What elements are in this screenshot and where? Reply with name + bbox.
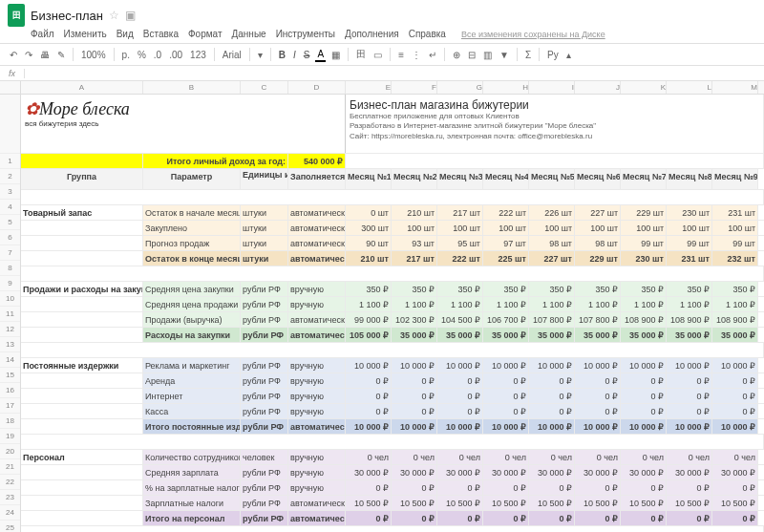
- cell-param[interactable]: Средняя цена закупки: [143, 282, 241, 296]
- cell-value[interactable]: 108 900 ₽: [621, 312, 667, 327]
- cell-value[interactable]: 0 ₽: [621, 373, 667, 388]
- cell-param[interactable]: Продажи (выручка): [143, 312, 241, 327]
- cell-units[interactable]: рубли РФ: [241, 389, 288, 403]
- col-C[interactable]: C: [241, 81, 288, 94]
- cell-value[interactable]: 210 шт: [346, 251, 392, 266]
- cell-value[interactable]: 99 шт: [712, 236, 758, 250]
- row-header[interactable]: 2: [0, 169, 20, 184]
- dec-dec-btn[interactable]: .0: [152, 49, 163, 61]
- cell-value[interactable]: 99 шт: [621, 236, 667, 250]
- cell-value[interactable]: 0 ₽: [621, 511, 667, 525]
- cell-value[interactable]: 108 900 ₽: [712, 312, 758, 327]
- cell-units[interactable]: рубли РФ: [241, 496, 288, 510]
- chart-btn[interactable]: ▥: [481, 49, 494, 61]
- data-row[interactable]: [21, 266, 764, 282]
- cell-param[interactable]: Закуплено: [143, 221, 241, 235]
- cell-value[interactable]: 30 000 ₽: [621, 465, 667, 479]
- cell-value[interactable]: 100 шт: [712, 221, 758, 235]
- cell-group[interactable]: [21, 328, 143, 342]
- cell-value[interactable]: 350 ₽: [621, 282, 667, 296]
- hdr-m5[interactable]: Месяц №5: [529, 169, 575, 189]
- row-header[interactable]: 9: [0, 276, 20, 291]
- cell-value[interactable]: 100 шт: [529, 221, 575, 235]
- text-color-btn[interactable]: A: [315, 48, 326, 62]
- cell-value[interactable]: 229 шт: [575, 251, 621, 266]
- cell-value[interactable]: 0 ₽: [621, 404, 667, 418]
- cell-value[interactable]: 10 500 ₽: [621, 496, 667, 510]
- cell-value[interactable]: 0 ₽: [437, 389, 483, 403]
- cell-value[interactable]: 106 700 ₽: [483, 312, 529, 327]
- cell-value[interactable]: 10 500 ₽: [437, 496, 483, 510]
- chevron-up-icon[interactable]: ▴: [564, 49, 573, 61]
- cell-value[interactable]: 10 000 ₽: [483, 358, 529, 372]
- cell-units[interactable]: рубли РФ: [241, 312, 288, 327]
- cell-value[interactable]: 10 000 ₽: [346, 358, 392, 372]
- data-row[interactable]: Закупленоштукиавтоматически300 шт100 шт1…: [21, 221, 764, 236]
- percent-btn[interactable]: %: [136, 49, 148, 61]
- hdr-param[interactable]: Параметр: [143, 169, 241, 189]
- col-A[interactable]: A: [21, 81, 143, 94]
- cell-value[interactable]: 99 000 ₽: [346, 312, 392, 327]
- cell-units[interactable]: рубли РФ: [241, 358, 288, 372]
- cell-value[interactable]: 35 000 ₽: [483, 328, 529, 342]
- data-row[interactable]: [21, 526, 764, 532]
- cell-value[interactable]: 0 ₽: [667, 511, 712, 525]
- cell-value[interactable]: 1 100 ₽: [621, 297, 667, 311]
- data-row[interactable]: Средняя зарплатарубли РФвручную30 000 ₽3…: [21, 465, 764, 480]
- cell-units[interactable]: рубли РФ: [241, 511, 288, 525]
- cell-value[interactable]: 35 000 ₽: [712, 328, 758, 342]
- cell-value[interactable]: 10 500 ₽: [529, 496, 575, 510]
- cell-group[interactable]: [21, 511, 143, 525]
- cell-value[interactable]: 100 шт: [483, 221, 529, 235]
- cell-value[interactable]: 10 500 ₽: [667, 496, 712, 510]
- cell-value[interactable]: 0 ₽: [667, 404, 712, 418]
- cell-units[interactable]: рубли РФ: [241, 465, 288, 479]
- cell-param[interactable]: Остаток в конце месяца: [143, 251, 241, 266]
- data-row[interactable]: Прогноз продажштукиавтоматически90 шт93 …: [21, 236, 764, 251]
- cell-fill[interactable]: вручную: [288, 465, 346, 479]
- save-status[interactable]: Все изменения сохранены на Диске: [461, 30, 605, 39]
- cell[interactable]: [21, 154, 143, 168]
- cell-value[interactable]: 0 ₽: [621, 480, 667, 495]
- cell-units[interactable]: рубли РФ: [241, 404, 288, 418]
- cell-group[interactable]: [21, 419, 143, 434]
- row-header[interactable]: 22: [0, 475, 20, 490]
- cell-group[interactable]: [21, 221, 143, 235]
- cell-param[interactable]: Итого постоянные издержки: [143, 419, 241, 434]
- row-header[interactable]: 23: [0, 490, 20, 505]
- cell-param[interactable]: Расходы на закупки: [143, 328, 241, 342]
- cell-value[interactable]: 1 100 ₽: [392, 297, 437, 311]
- cell-param[interactable]: Средняя зарплата: [143, 465, 241, 479]
- doc-title[interactable]: Бизнес-план: [31, 9, 103, 23]
- folder-icon[interactable]: ▣: [125, 9, 136, 22]
- row-header[interactable]: [0, 95, 20, 154]
- col-B[interactable]: B: [143, 81, 241, 94]
- cell-group[interactable]: [21, 389, 143, 403]
- col-G[interactable]: G: [437, 81, 483, 94]
- cell-value[interactable]: 350 ₽: [529, 282, 575, 296]
- cell-value[interactable]: 10 500 ₽: [575, 496, 621, 510]
- cell-value[interactable]: 0 ₽: [346, 511, 392, 525]
- hdr-m7[interactable]: Месяц №7: [621, 169, 667, 189]
- row-header[interactable]: 10: [0, 291, 20, 307]
- cell-value[interactable]: 0 ₽: [529, 404, 575, 418]
- font-size[interactable]: ▾: [256, 49, 265, 61]
- cell-fill[interactable]: вручную: [288, 480, 346, 495]
- cell-value[interactable]: 0 ₽: [483, 373, 529, 388]
- cell-value[interactable]: 100 шт: [667, 221, 712, 235]
- cell-value[interactable]: 0 ₽: [529, 511, 575, 525]
- borders-btn[interactable]: 田: [354, 47, 368, 62]
- cell-value[interactable]: 102 300 ₽: [392, 312, 437, 327]
- cell-value[interactable]: 10 000 ₽: [437, 358, 483, 372]
- col-E[interactable]: E: [346, 81, 392, 94]
- cell-fill[interactable]: вручную: [288, 282, 346, 296]
- cell-param[interactable]: Количество сотрудников: [143, 450, 241, 464]
- zoom-select[interactable]: 100%: [79, 49, 108, 61]
- cell-group[interactable]: [21, 480, 143, 495]
- menu-help[interactable]: Справка: [409, 29, 446, 39]
- col-K[interactable]: K: [621, 81, 667, 94]
- col-J[interactable]: J: [575, 81, 621, 94]
- cell-param[interactable]: Зарплатные налоги: [143, 496, 241, 510]
- row-header[interactable]: 1: [0, 154, 20, 169]
- cell-param[interactable]: Касса: [143, 404, 241, 418]
